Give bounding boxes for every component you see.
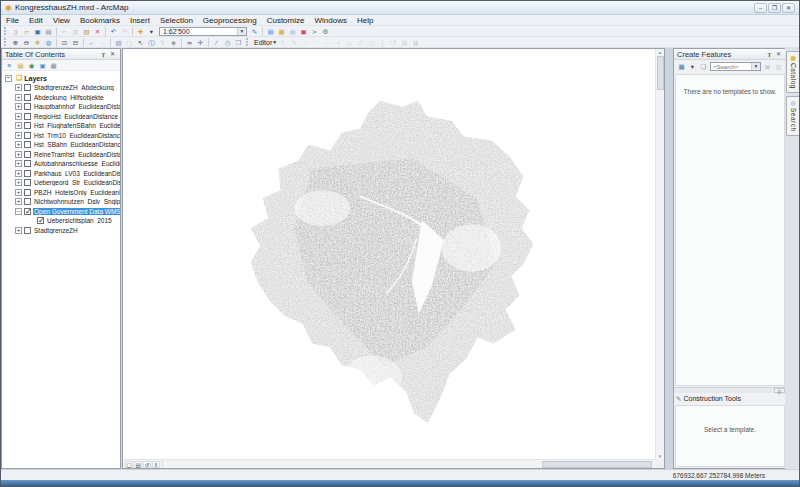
layer-row[interactable]: + PBZH_HotelsOnly_EuclideanDistance_Rec xyxy=(2,188,120,198)
layer-row[interactable]: + Uebergeord_Str_EuclideanDistance_Recla… xyxy=(2,178,120,188)
select-features-icon[interactable]: ▧ xyxy=(114,38,123,47)
layer-checkbox[interactable] xyxy=(24,170,31,177)
layer-row[interactable]: Uebersichtsplan_2015 xyxy=(2,216,120,226)
table-of-contents-icon[interactable]: ▤ xyxy=(266,27,275,36)
new-template-icon[interactable]: ❏ xyxy=(699,62,708,71)
toolbar-grip[interactable] xyxy=(4,38,7,46)
endpoint-arc-icon[interactable]: ◠ xyxy=(312,38,321,47)
layer-checkbox[interactable] xyxy=(24,227,31,234)
restore-button[interactable]: ❐ xyxy=(768,3,781,13)
identify-icon[interactable]: ⓘ xyxy=(147,38,156,47)
expander-icon[interactable]: + xyxy=(15,160,22,167)
minimize-button[interactable]: – xyxy=(754,3,767,13)
layout-view-button[interactable]: ▤ xyxy=(134,461,142,468)
undo-icon[interactable]: ↶ xyxy=(109,27,118,36)
back-extent-icon[interactable]: ← xyxy=(87,38,96,47)
time-slider-icon[interactable]: ◷ xyxy=(223,38,232,47)
layer-row[interactable]: + Parkhaus_LV03_EuclideanDistance_Reclas… xyxy=(2,169,120,179)
close-icon[interactable]: ✕ xyxy=(108,49,117,59)
hyperlink-icon[interactable]: ↯ xyxy=(158,38,167,47)
search-options-icon[interactable]: ▥ xyxy=(774,62,783,71)
layer-row[interactable]: + Hst_SBahn_EuclideanDistance_Reclass xyxy=(2,140,120,150)
fixed-zoom-out-icon[interactable]: ⊟ xyxy=(71,38,80,47)
measure-icon[interactable]: ∕ xyxy=(212,38,221,47)
list-by-selection-icon[interactable]: ▣ xyxy=(38,61,47,70)
reshape-feature-icon[interactable]: ◇ xyxy=(356,38,365,47)
map-canvas[interactable] xyxy=(123,49,655,459)
close-icon[interactable]: ✕ xyxy=(774,49,783,59)
layer-checkbox[interactable] xyxy=(24,113,31,120)
layer-checkbox[interactable] xyxy=(24,141,31,148)
edit-vertices-icon[interactable]: △ xyxy=(345,38,354,47)
fixed-zoom-in-icon[interactable]: ⊡ xyxy=(60,38,69,47)
expander-icon[interactable]: + xyxy=(15,84,22,91)
rotate-icon[interactable]: ↺ xyxy=(389,38,398,47)
layer-row[interactable]: − Open Government Data WMS Zürich xyxy=(2,207,120,217)
catalog-tab[interactable]: ▦ Catalog xyxy=(786,51,799,93)
expander-icon[interactable]: + xyxy=(15,132,22,139)
trace-icon[interactable]: ~ xyxy=(323,38,332,47)
layer-checkbox[interactable] xyxy=(24,189,31,196)
menu-item[interactable]: View xyxy=(48,15,75,26)
menu-item[interactable]: Selection xyxy=(155,15,198,26)
layer-row[interactable]: + Hauptbahnhof_EuclideanDistance_Reclass xyxy=(2,102,120,112)
expander-icon[interactable]: + xyxy=(15,227,22,234)
goto-xy-icon[interactable]: ✛ xyxy=(196,38,205,47)
straight-segment-icon[interactable]: ∕ xyxy=(301,38,310,47)
scale-dropdown-arrow-icon[interactable]: ▾ xyxy=(237,28,246,35)
layer-checkbox[interactable] xyxy=(37,217,44,224)
dropdown-arrow-icon[interactable]: ▾ xyxy=(147,27,156,36)
layer-row[interactable]: + Hst_Trm10_EuclideanDistance_Reclass xyxy=(2,131,120,141)
toolbar-grip[interactable] xyxy=(4,27,7,35)
toolbar-grip[interactable] xyxy=(246,38,249,46)
redo-icon[interactable]: ↷ xyxy=(120,27,129,36)
vertical-scroll-thumb[interactable] xyxy=(657,56,664,90)
layer-checkbox[interactable] xyxy=(24,198,31,205)
search-window-icon[interactable]: ◎ xyxy=(288,27,297,36)
layer-row[interactable]: + RegioHst_EuclideanDistance_Reclass xyxy=(2,112,120,122)
layer-row[interactable]: + Hst_FlughafenSBahn_EuclideanDistance_R xyxy=(2,121,120,131)
map-scale-combo[interactable]: 1:62'500 ▾ xyxy=(159,27,247,36)
layer-checkbox[interactable] xyxy=(24,94,31,101)
zoom-in-icon[interactable]: ⊕ xyxy=(11,38,20,47)
edit-annotation-icon[interactable]: ✎ xyxy=(290,38,299,47)
close-button[interactable]: ✕ xyxy=(782,3,795,13)
layer-row[interactable]: + Nichtwohnnutzen_Dslv_Snglpnt_P2R_Recla xyxy=(2,197,120,207)
editor-toolbar-icon[interactable]: ✎ xyxy=(250,27,259,36)
menu-item[interactable]: File xyxy=(1,15,24,26)
menu-item[interactable]: Help xyxy=(352,15,378,26)
expander-icon[interactable]: + xyxy=(15,198,22,205)
save-icon[interactable]: ▣ xyxy=(33,27,42,36)
new-document-icon[interactable]: ▯ xyxy=(11,27,20,36)
arctoolbox-icon[interactable]: ▣ xyxy=(299,27,308,36)
map-vertical-scrollbar[interactable]: ▴ ▾ xyxy=(655,49,664,459)
refresh-view-button[interactable]: ↺ xyxy=(143,461,151,468)
select-elements-icon[interactable]: ↖ xyxy=(136,38,145,47)
expander-icon[interactable]: + xyxy=(15,189,22,196)
layer-checkbox[interactable] xyxy=(24,132,31,139)
search-tab[interactable]: ◎ Search xyxy=(786,96,799,136)
open-folder-icon[interactable]: ▱ xyxy=(22,27,31,36)
layer-checkbox[interactable] xyxy=(24,160,31,167)
viewer-window-icon[interactable]: ❐ xyxy=(234,38,243,47)
expander-icon[interactable]: + xyxy=(15,113,22,120)
sketch-properties-icon[interactable]: ▦ xyxy=(411,38,420,47)
cut-icon[interactable]: ✂ xyxy=(60,27,69,36)
forward-extent-icon[interactable]: → xyxy=(98,38,107,47)
search-dropdown-arrow-icon[interactable]: ▾ xyxy=(751,63,760,70)
html-popup-icon[interactable]: ◈ xyxy=(169,38,178,47)
layer-row[interactable]: + Abdeckung_Hilfsobjekte xyxy=(2,93,120,103)
zoom-out-icon[interactable]: ⊖ xyxy=(22,38,31,47)
layer-checkbox[interactable] xyxy=(24,208,31,215)
data-view-button[interactable]: ▢ xyxy=(125,461,133,468)
point-icon[interactable]: • xyxy=(334,38,343,47)
find-icon[interactable]: ∞ xyxy=(185,38,194,47)
organize-templates-icon[interactable]: ▦ xyxy=(677,62,686,71)
pause-drawing-button[interactable]: ‖ xyxy=(152,461,160,468)
attributes-icon[interactable]: ▤ xyxy=(400,38,409,47)
search-clear-icon[interactable]: ▣ xyxy=(763,62,772,71)
layers-root-item[interactable]: − ❏ Layers xyxy=(2,73,120,83)
layer-checkbox[interactable] xyxy=(24,84,31,91)
list-by-visibility-icon[interactable]: ◉ xyxy=(27,61,36,70)
list-by-source-icon[interactable]: ▤ xyxy=(16,61,25,70)
